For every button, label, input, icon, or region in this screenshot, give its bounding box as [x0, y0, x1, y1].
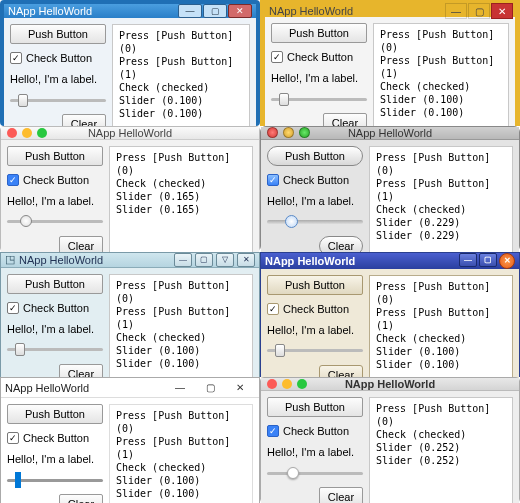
- log-line: Check (checked): [376, 428, 506, 441]
- slider-track[interactable]: [271, 98, 367, 101]
- slider-thumb[interactable]: [18, 94, 28, 107]
- checkbox-icon[interactable]: ✓: [7, 302, 19, 314]
- check-button[interactable]: ✓Check Button: [271, 49, 367, 65]
- log-line: Press [Push Button] (1): [119, 55, 243, 81]
- log-line: Slider (0.100): [116, 344, 246, 357]
- slider[interactable]: [7, 342, 103, 358]
- titlebar[interactable]: NApp HelloWorld: [1, 127, 259, 140]
- slider-thumb[interactable]: [20, 215, 32, 227]
- log-textview[interactable]: Press [Push Button] (0)Press [Push Butto…: [369, 146, 513, 256]
- minimize-icon[interactable]: [22, 128, 32, 138]
- check-button[interactable]: ✓Check Button: [7, 430, 103, 446]
- slider-thumb[interactable]: [15, 343, 25, 356]
- check-button[interactable]: ✓Check Button: [7, 300, 103, 316]
- close-icon[interactable]: ✕: [491, 3, 513, 19]
- log-textview[interactable]: Press [Push Button] (0)Press [Push Butto…: [369, 275, 513, 385]
- minimize-icon[interactable]: —: [165, 378, 195, 398]
- check-button[interactable]: ✓Check Button: [267, 423, 363, 439]
- titlebar[interactable]: NApp HelloWorld—▢✕: [261, 253, 519, 269]
- log-textview[interactable]: Press [Push Button] (0)Check (checked)Sl…: [369, 397, 513, 503]
- clear-button[interactable]: Clear: [59, 494, 103, 503]
- check-button-label: Check Button: [23, 302, 89, 314]
- slider[interactable]: [267, 343, 363, 359]
- minimize-icon[interactable]: —: [459, 253, 477, 267]
- checkbox-icon[interactable]: ✓: [267, 303, 279, 315]
- slider-thumb[interactable]: [279, 93, 289, 106]
- push-button[interactable]: Push Button: [7, 146, 103, 166]
- minimize-icon[interactable]: —: [178, 4, 202, 18]
- close-icon[interactable]: ✕: [228, 4, 252, 18]
- slider[interactable]: [10, 92, 106, 108]
- checkbox-icon[interactable]: ✓: [271, 51, 283, 63]
- log-textview[interactable]: Press [Push Button] (0)Press [Push Butto…: [109, 274, 253, 384]
- check-button[interactable]: ✓Check Button: [267, 301, 363, 317]
- maximize-icon[interactable]: ▢: [203, 4, 227, 18]
- close-icon[interactable]: ✕: [499, 253, 515, 269]
- push-button[interactable]: Push Button: [267, 146, 363, 166]
- titlebar[interactable]: ◳NApp HelloWorld—▢▽✕: [1, 253, 259, 268]
- slider-track[interactable]: [7, 348, 103, 351]
- clear-button[interactable]: Clear: [319, 487, 363, 503]
- check-button-label: Check Button: [23, 432, 89, 444]
- maximize-icon[interactable]: ▢: [468, 3, 490, 19]
- slider-thumb[interactable]: [285, 215, 298, 228]
- close-icon[interactable]: [267, 127, 278, 138]
- maximize-icon[interactable]: ▢: [195, 378, 225, 398]
- slider-track[interactable]: [267, 472, 363, 475]
- maximize-icon[interactable]: ▢: [479, 253, 497, 267]
- slider[interactable]: [267, 465, 363, 481]
- minimize-icon[interactable]: —: [174, 253, 192, 267]
- check-button[interactable]: ✓Check Button: [267, 172, 363, 188]
- slider[interactable]: [267, 214, 363, 230]
- slider[interactable]: [7, 214, 103, 230]
- checkbox-icon[interactable]: ✓: [267, 425, 279, 437]
- close-icon[interactable]: [7, 128, 17, 138]
- check-button[interactable]: ✓Check Button: [7, 172, 103, 188]
- close-icon[interactable]: [267, 379, 277, 389]
- slider-thumb[interactable]: [275, 344, 285, 357]
- slider-track[interactable]: [7, 220, 103, 223]
- checkbox-icon[interactable]: ✓: [10, 52, 22, 64]
- check-button[interactable]: ✓Check Button: [10, 50, 106, 66]
- maximize-icon[interactable]: ▢: [195, 253, 213, 267]
- zoom-icon[interactable]: [37, 128, 47, 138]
- push-button[interactable]: Push Button: [271, 23, 367, 43]
- titlebar[interactable]: NApp HelloWorld—▢✕: [1, 378, 259, 398]
- slider-thumb[interactable]: [287, 467, 299, 479]
- slider-track[interactable]: [10, 99, 106, 102]
- slider[interactable]: [271, 91, 367, 107]
- slider-track[interactable]: [267, 220, 363, 224]
- log-textview[interactable]: Press [Push Button] (0)Press [Push Butto…: [373, 23, 509, 133]
- titlebar[interactable]: NApp HelloWorld—▢✕: [4, 4, 256, 18]
- titlebar[interactable]: NApp HelloWorld: [261, 378, 519, 391]
- push-button[interactable]: Push Button: [10, 24, 106, 44]
- slider-thumb[interactable]: [15, 472, 21, 488]
- minimize-icon[interactable]: [282, 379, 292, 389]
- restore-icon[interactable]: ▽: [216, 253, 234, 267]
- slider[interactable]: [7, 472, 103, 488]
- minimize-icon[interactable]: [283, 127, 294, 138]
- close-icon[interactable]: ✕: [225, 378, 255, 398]
- log-textview[interactable]: Press [Push Button] (0)Check (checked)Sl…: [109, 146, 253, 256]
- log-textview[interactable]: Press [Push Button] (0)Press [Push Butto…: [109, 404, 253, 503]
- push-button[interactable]: Push Button: [7, 274, 103, 294]
- slider-track[interactable]: [267, 349, 363, 352]
- titlebar[interactable]: NApp HelloWorld: [261, 127, 519, 140]
- minimize-icon[interactable]: —: [445, 3, 467, 19]
- checkbox-icon[interactable]: ✓: [267, 174, 279, 186]
- push-button[interactable]: Push Button: [267, 275, 363, 295]
- zoom-icon[interactable]: [297, 379, 307, 389]
- log-textview[interactable]: Press [Push Button] (0)Press [Push Butto…: [112, 24, 250, 134]
- checkbox-icon[interactable]: ✓: [7, 432, 19, 444]
- zoom-icon[interactable]: [299, 127, 310, 138]
- hello-label: Hello!, I'm a label.: [267, 323, 363, 337]
- slider-track[interactable]: [7, 479, 103, 482]
- close-icon[interactable]: ✕: [237, 253, 255, 267]
- push-button[interactable]: Push Button: [267, 397, 363, 417]
- titlebar[interactable]: NApp HelloWorld—▢✕: [265, 5, 515, 17]
- push-button[interactable]: Push Button: [7, 404, 103, 424]
- log-line: Press [Push Button] (0): [116, 151, 246, 177]
- hello-label: Hello!, I'm a label.: [10, 72, 106, 86]
- checkbox-icon[interactable]: ✓: [7, 174, 19, 186]
- window-1: NApp HelloWorld—▢✕Push Button✓Check Butt…: [260, 0, 520, 126]
